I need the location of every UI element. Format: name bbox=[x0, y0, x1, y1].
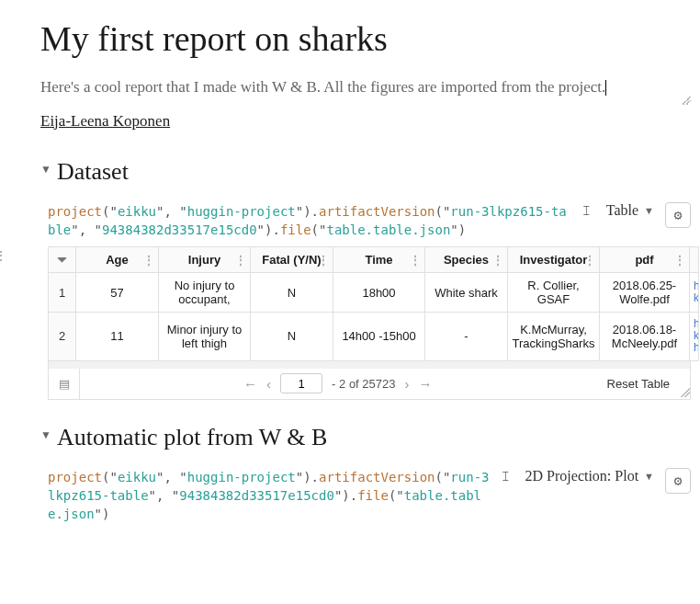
column-menu-icon[interactable]: ⋮ bbox=[318, 254, 329, 267]
reset-table-button[interactable]: Reset Table bbox=[596, 377, 681, 391]
gear-icon: ⚙ bbox=[673, 473, 682, 489]
chevron-down-icon: ▼ bbox=[644, 205, 654, 216]
horizontal-scrollbar[interactable] bbox=[48, 361, 691, 369]
query-fn: file bbox=[280, 222, 311, 237]
cell-pdf[interactable]: 2018.06.18-McNeely.pdf bbox=[600, 313, 690, 361]
cell-injury[interactable]: No injury to occupant, bbox=[159, 273, 251, 313]
cell-time[interactable]: 14h00 -15h00 bbox=[333, 313, 425, 361]
cell-time[interactable]: 18h00 bbox=[333, 273, 425, 313]
drag-handle-icon[interactable]: ⋮ bbox=[0, 248, 7, 264]
row-index: 1 bbox=[49, 273, 76, 313]
query-str: huggin-project bbox=[187, 470, 296, 484]
gear-icon: ⚙ bbox=[673, 207, 682, 223]
query-str: 94384382d33517e15cd0 bbox=[102, 222, 257, 237]
table-row: 1 57 No injury to occupant, N 18h00 Whit… bbox=[49, 273, 699, 313]
report-title[interactable]: My first report on sharks bbox=[40, 18, 691, 59]
data-table: ⏷ Age⋮ Injury⋮ Fatal (Y/N)⋮ Time⋮ Specie… bbox=[48, 246, 699, 361]
column-header-fatal[interactable]: Fatal (Y/N)⋮ bbox=[251, 247, 333, 273]
query-fn: file bbox=[357, 488, 389, 503]
section-title-dataset: Dataset bbox=[57, 158, 129, 186]
query-str: huggin-project bbox=[187, 204, 296, 219]
cell-injury[interactable]: Minor injury to left thigh bbox=[159, 313, 251, 361]
column-header-age[interactable]: Age⋮ bbox=[76, 247, 159, 273]
query-str: eikku bbox=[118, 470, 156, 484]
view-type-select[interactable]: Table ▼ bbox=[603, 202, 658, 219]
cell-fatal[interactable]: N bbox=[251, 273, 333, 313]
cell-age[interactable]: 11 bbox=[76, 313, 159, 361]
row-index: 2 bbox=[49, 313, 76, 361]
query-fn: project bbox=[48, 204, 102, 219]
report-subtitle[interactable]: Here's a cool report that I made with W … bbox=[40, 75, 691, 99]
section-title-plot: Automatic plot from W & B bbox=[57, 424, 327, 451]
column-header-time[interactable]: Time⋮ bbox=[333, 247, 425, 273]
cell-age[interactable]: 57 bbox=[76, 273, 159, 313]
pager-range-text: - 2 of 25723 bbox=[332, 377, 395, 391]
column-menu-icon[interactable]: ⋮ bbox=[492, 254, 503, 267]
view-label: Table bbox=[606, 202, 638, 219]
cell-species[interactable]: White shark bbox=[425, 273, 508, 313]
text-cursor-icon[interactable]: 𝙸 bbox=[498, 468, 514, 484]
column-header-pdf[interactable]: pdf⋮ bbox=[600, 247, 690, 273]
table-pager: ▤ ← ‹ - 2 of 25723 › → Reset Table bbox=[48, 369, 691, 400]
column-menu-icon[interactable]: ⋮ bbox=[410, 254, 421, 267]
column-menu-icon[interactable]: ⋮ bbox=[674, 254, 685, 267]
panel-settings-button[interactable]: ⚙ bbox=[665, 202, 691, 228]
query-str: 94384382d33517e15cd0 bbox=[179, 488, 334, 503]
weave-query[interactable]: project("eikku", "huggin-project").artif… bbox=[48, 468, 491, 524]
filter-column-button[interactable]: ⏷ bbox=[49, 247, 76, 273]
cell-investigator[interactable]: K.McMurray, TrackingSharks bbox=[508, 313, 600, 361]
view-label: 2D Projection: Plot bbox=[525, 468, 639, 484]
query-str: eikku bbox=[118, 204, 156, 219]
query-str: table.table.json bbox=[326, 222, 450, 237]
column-header-injury[interactable]: Injury⋮ bbox=[159, 247, 251, 273]
column-menu-icon[interactable]: ⋮ bbox=[584, 254, 595, 267]
disclosure-triangle-icon[interactable]: ▼ bbox=[40, 163, 51, 177]
query-fn: artifactVersion bbox=[319, 470, 435, 484]
column-menu-icon[interactable]: ⋮ bbox=[235, 254, 246, 267]
cell-pdf[interactable]: 2018.06.25-Wolfe.pdf bbox=[600, 273, 690, 313]
chevron-down-icon: ▼ bbox=[644, 471, 654, 482]
pager-page-input[interactable] bbox=[280, 373, 322, 393]
pager-last-icon[interactable]: → bbox=[418, 376, 432, 392]
resize-handle-icon[interactable] bbox=[681, 388, 690, 397]
cell-fatal[interactable]: N bbox=[251, 313, 333, 361]
pager-first-icon[interactable]: ← bbox=[243, 376, 257, 392]
pager-prev-icon[interactable]: ‹ bbox=[266, 376, 271, 392]
text-cursor bbox=[605, 80, 606, 96]
text-cursor-icon[interactable]: 𝙸 bbox=[579, 202, 595, 219]
subtitle-text: Here's a cool report that I made with W … bbox=[40, 78, 605, 96]
table-row: 2 11 Minor injury to left thigh N 14h00 … bbox=[49, 313, 699, 361]
author-link[interactable]: Eija-Leena Koponen bbox=[40, 112, 170, 131]
disclosure-triangle-icon[interactable]: ▼ bbox=[40, 428, 51, 442]
panel-settings-button[interactable]: ⚙ bbox=[665, 468, 691, 494]
view-type-select[interactable]: 2D Projection: Plot ▼ bbox=[522, 468, 658, 484]
query-fn: project bbox=[48, 470, 102, 484]
column-header-investigator[interactable]: Investigator⋮ bbox=[508, 247, 600, 273]
filter-icon: ⏷ bbox=[56, 253, 68, 267]
column-header-species[interactable]: Species⋮ bbox=[425, 247, 508, 273]
weave-query[interactable]: project("eikku", "huggin-project").artif… bbox=[48, 202, 571, 240]
query-fn: artifactVersion bbox=[319, 204, 435, 219]
cell-investigator[interactable]: R. Collier, GSAF bbox=[508, 273, 600, 313]
column-header-overflow bbox=[690, 247, 699, 273]
column-menu-icon[interactable]: ⋮ bbox=[143, 254, 154, 267]
rows-per-page-button[interactable]: ▤ bbox=[49, 369, 80, 399]
cell-href[interactable]: h k bbox=[690, 273, 699, 313]
pager-next-icon[interactable]: › bbox=[404, 376, 409, 392]
cell-href[interactable]: h k h bbox=[690, 313, 699, 361]
cell-species[interactable]: - bbox=[425, 313, 508, 361]
